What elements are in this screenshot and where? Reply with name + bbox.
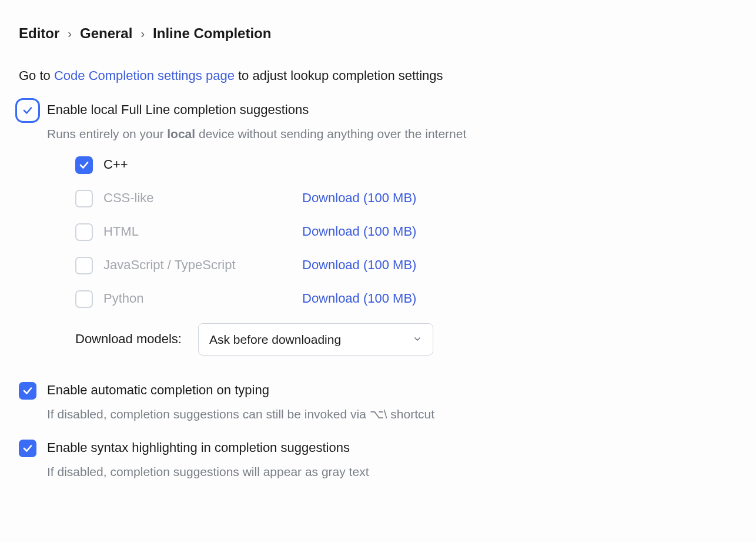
intro-prefix: Go to [19,68,54,83]
download-models-label: Download models: [75,330,182,348]
download-models-value: Ask before downloading [209,331,341,348]
enable-syntax-highlighting-checkbox[interactable] [19,440,36,457]
lang-row-python: Python Download (100 MB) [75,290,466,308]
lang-checkbox-js[interactable] [75,257,93,274]
enable-auto-completion-desc: If disabled, completion suggestions can … [47,405,434,423]
lang-row-css: CSS-like Download (100 MB) [75,189,466,207]
chevron-right-icon: › [141,25,145,42]
download-link-python[interactable]: Download (100 MB) [302,290,416,308]
enable-auto-completion-label: Enable automatic completion on typing [47,381,434,400]
download-link-js[interactable]: Download (100 MB) [302,256,416,274]
shortcut-glyph: ⌥\ [370,407,387,421]
breadcrumb-general[interactable]: General [80,24,132,43]
download-link-css[interactable]: Download (100 MB) [302,189,416,207]
download-models-select[interactable]: Ask before downloading [198,323,433,356]
language-list: C++ CSS-like Download (100 MB) HTML Down… [75,156,466,356]
breadcrumb: Editor › General › Inline Completion [19,24,737,43]
breadcrumb-editor[interactable]: Editor [19,24,59,43]
lang-label-js: JavaScript / TypeScript [103,256,292,274]
lang-label-python: Python [103,290,292,308]
lang-label-html: HTML [103,223,292,241]
chevron-right-icon: › [68,25,72,42]
download-link-html[interactable]: Download (100 MB) [302,223,416,241]
enable-syntax-highlighting-desc: If disabled, completion suggestions will… [47,463,369,480]
lang-checkbox-html[interactable] [75,223,93,241]
lang-checkbox-python[interactable] [75,290,93,308]
lang-checkbox-cpp[interactable] [75,156,93,174]
breadcrumb-inline-completion: Inline Completion [153,24,271,43]
lang-row-html: HTML Download (100 MB) [75,223,466,241]
lang-checkbox-css[interactable] [75,190,93,207]
enable-syntax-highlighting-label: Enable syntax highlighting in completion… [47,439,369,457]
lang-label-cpp: C++ [103,156,292,174]
intro-suffix: to adjust lookup completion settings [235,68,443,83]
enable-full-line-label: Enable local Full Line completion sugges… [47,101,466,119]
lang-row-js: JavaScript / TypeScript Download (100 MB… [75,256,466,274]
enable-full-line-checkbox[interactable] [19,102,36,119]
chevron-down-icon [413,331,422,348]
lang-label-css: CSS-like [103,189,292,207]
code-completion-settings-link[interactable]: Code Completion settings page [54,68,235,83]
enable-full-line-desc: Runs entirely on your local device witho… [47,125,466,142]
lang-row-cpp: C++ [75,156,466,174]
intro-text: Go to Code Completion settings page to a… [19,67,737,85]
enable-auto-completion-checkbox[interactable] [19,382,36,400]
